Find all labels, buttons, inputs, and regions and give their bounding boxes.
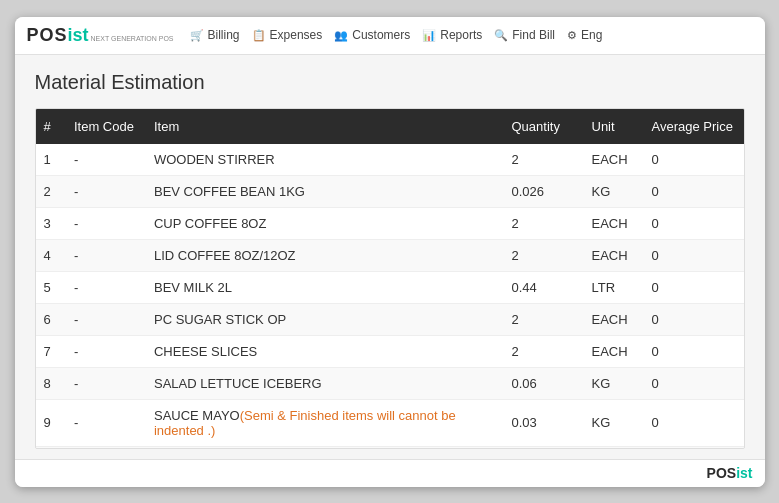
cell-qty: 0.44 bbox=[504, 271, 584, 303]
nav-reports-label: Reports bbox=[440, 28, 482, 42]
cell-item: CHEESE SLICES bbox=[146, 335, 504, 367]
cell-item: SAUCE MAYO(Semi & Finished items will ca… bbox=[146, 399, 504, 446]
cell-item: BEV MILK 2L bbox=[146, 271, 504, 303]
cell-price: 0 bbox=[644, 271, 744, 303]
cell-unit: EACH bbox=[584, 207, 644, 239]
cell-num: 5 bbox=[36, 271, 66, 303]
col-header-unit: Unit bbox=[584, 109, 644, 144]
nav-reports[interactable]: 📊 Reports bbox=[422, 28, 482, 42]
footer: POSist bbox=[15, 459, 765, 487]
cell-code: - bbox=[66, 175, 146, 207]
cell-qty: 2 bbox=[504, 239, 584, 271]
find-bill-icon: 🔍 bbox=[494, 29, 508, 42]
nav-find-bill-label: Find Bill bbox=[512, 28, 555, 42]
billing-icon: 🛒 bbox=[190, 29, 204, 42]
nav-find-bill[interactable]: 🔍 Find Bill bbox=[494, 28, 555, 42]
logo-ist-text: ist bbox=[68, 25, 89, 46]
cell-unit: LTR bbox=[584, 271, 644, 303]
col-header-item: Item bbox=[146, 109, 504, 144]
cell-price: 0 bbox=[644, 399, 744, 446]
item-warning-text: (Semi & Finished items will cannot be in… bbox=[154, 408, 456, 438]
table-row: 4-LID COFFEE 8OZ/12OZ2EACH0 bbox=[36, 239, 744, 271]
material-table-container: # Item Code Item Quantity Unit Average P… bbox=[35, 108, 745, 449]
cell-unit: EACH bbox=[584, 303, 644, 335]
cell-item: WOODEN STIRRER bbox=[146, 144, 504, 176]
cell-num: 8 bbox=[36, 367, 66, 399]
expenses-icon: 📋 bbox=[252, 29, 266, 42]
cell-unit: KG bbox=[584, 367, 644, 399]
cell-num: 2 bbox=[36, 175, 66, 207]
nav-expenses[interactable]: 📋 Expenses bbox=[252, 28, 323, 42]
cell-code: - bbox=[66, 303, 146, 335]
cell-unit: KG bbox=[584, 399, 644, 446]
cell-code: - bbox=[66, 207, 146, 239]
navbar: POSist NEXT GENERATION POS 🛒 Billing 📋 E… bbox=[15, 17, 765, 55]
cell-qty: 2 bbox=[504, 207, 584, 239]
table-row: 1-WOODEN STIRRER2EACH0 bbox=[36, 144, 744, 176]
cell-price: 0 bbox=[644, 144, 744, 176]
cell-price: 0 bbox=[644, 239, 744, 271]
cell-price: 0 bbox=[644, 367, 744, 399]
table-row: 6-PC SUGAR STICK OP2EACH0 bbox=[36, 303, 744, 335]
cell-qty: 2 bbox=[504, 335, 584, 367]
reports-icon: 📊 bbox=[422, 29, 436, 42]
footer-logo-ist: ist bbox=[736, 465, 752, 481]
cell-item: SALAD LETTUCE ICEBERG bbox=[146, 367, 504, 399]
cell-unit: EACH bbox=[584, 446, 644, 449]
cell-qty: 2 bbox=[504, 144, 584, 176]
cell-item: BEV COFFEE BEAN 1KG bbox=[146, 175, 504, 207]
table-row: 3-CUP COFFEE 8OZ2EACH0 bbox=[36, 207, 744, 239]
col-header-item-code: Item Code bbox=[66, 109, 146, 144]
cell-num: 7 bbox=[36, 335, 66, 367]
cell-price: 0 bbox=[644, 335, 744, 367]
nav-eng-label: Eng bbox=[581, 28, 602, 42]
cell-num: 3 bbox=[36, 207, 66, 239]
cell-code: - bbox=[66, 367, 146, 399]
nav-customers[interactable]: 👥 Customers bbox=[334, 28, 410, 42]
table-row: 8-SALAD LETTUCE ICEBERG0.06KG0 bbox=[36, 367, 744, 399]
cell-unit: KG bbox=[584, 175, 644, 207]
cell-qty: 0.06 bbox=[504, 367, 584, 399]
cell-price: 0 bbox=[644, 446, 744, 449]
nav-billing[interactable]: 🛒 Billing bbox=[190, 28, 240, 42]
col-header-num: # bbox=[36, 109, 66, 144]
cell-qty: 2 bbox=[504, 303, 584, 335]
cell-num: 10 bbox=[36, 446, 66, 449]
cell-code: - bbox=[66, 399, 146, 446]
logo-pos-text: POS bbox=[27, 25, 68, 46]
app-logo: POSist NEXT GENERATION POS bbox=[27, 25, 174, 46]
nav-expenses-label: Expenses bbox=[270, 28, 323, 42]
app-window: POSist NEXT GENERATION POS 🛒 Billing 📋 E… bbox=[15, 17, 765, 487]
logo-subtitle: NEXT GENERATION POS bbox=[91, 35, 174, 42]
nav-menu: 🛒 Billing 📋 Expenses 👥 Customers 📊 Repor… bbox=[190, 28, 603, 42]
table-row: 9-SAUCE MAYO(Semi & Finished items will … bbox=[36, 399, 744, 446]
cell-unit: EACH bbox=[584, 335, 644, 367]
cell-num: 1 bbox=[36, 144, 66, 176]
table-row: 2-BEV COFFEE BEAN 1KG0.026KG0 bbox=[36, 175, 744, 207]
cell-item: LID COFFEE 8OZ/12OZ bbox=[146, 239, 504, 271]
cell-item: CUP COFFEE 8OZ bbox=[146, 207, 504, 239]
cell-qty: 2 bbox=[504, 446, 584, 449]
cell-unit: EACH bbox=[584, 239, 644, 271]
cell-item: SKEWER BAMBOO bbox=[146, 446, 504, 449]
cell-code: - bbox=[66, 144, 146, 176]
cell-num: 4 bbox=[36, 239, 66, 271]
col-header-avg-price: Average Price bbox=[644, 109, 744, 144]
page-title: Material Estimation bbox=[35, 71, 745, 94]
nav-billing-label: Billing bbox=[208, 28, 240, 42]
main-content: Material Estimation # Item Code Item Qua… bbox=[15, 55, 765, 459]
footer-logo-pos: POS bbox=[707, 465, 737, 481]
nav-eng[interactable]: ⚙ Eng bbox=[567, 28, 602, 42]
cell-code: - bbox=[66, 446, 146, 449]
nav-customers-label: Customers bbox=[352, 28, 410, 42]
cell-price: 0 bbox=[644, 207, 744, 239]
col-header-quantity: Quantity bbox=[504, 109, 584, 144]
cell-qty: 0.026 bbox=[504, 175, 584, 207]
material-table: # Item Code Item Quantity Unit Average P… bbox=[36, 109, 744, 449]
table-body: 1-WOODEN STIRRER2EACH02-BEV COFFEE BEAN … bbox=[36, 144, 744, 449]
table-row: 5-BEV MILK 2L0.44LTR0 bbox=[36, 271, 744, 303]
cell-num: 9 bbox=[36, 399, 66, 446]
table-row: 10-SKEWER BAMBOO2EACH0 bbox=[36, 446, 744, 449]
cell-qty: 0.03 bbox=[504, 399, 584, 446]
table-row: 7-CHEESE SLICES2EACH0 bbox=[36, 335, 744, 367]
